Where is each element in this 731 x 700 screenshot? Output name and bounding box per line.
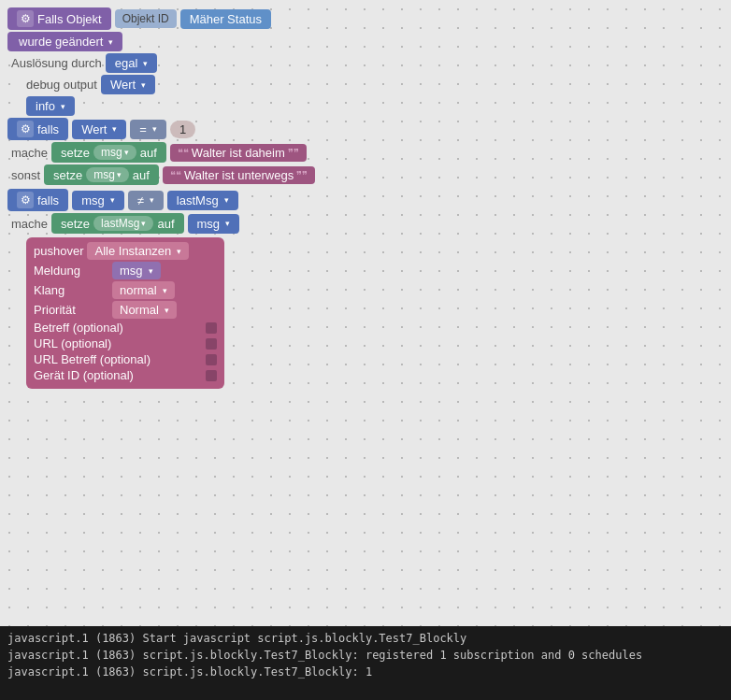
mache1-row: mache setze msg auf ❝❝ Walter ist daheim…: [7, 142, 315, 163]
msg2-dropdown[interactable]: msg: [86, 167, 129, 182]
priority-label: Normal: [120, 303, 159, 317]
setze2-label: setze: [53, 168, 82, 182]
falls1-row: ⚙ falls Wert = 1: [7, 118, 315, 140]
lastmsg2-label: lastMsg: [101, 217, 139, 230]
setze3-block[interactable]: setze lastMsg auf: [51, 213, 184, 234]
mache2-text: mache: [11, 217, 48, 231]
objekt-id-block: Objekt ID: [115, 9, 177, 28]
setze2-block[interactable]: setze msg auf: [44, 164, 159, 185]
falls1-label: falls: [37, 122, 59, 136]
prioritaet-row: Priorität Normal: [34, 301, 217, 319]
equals-label: =: [139, 122, 147, 136]
falls2-row: ⚙ falls msg ≠ lastMsg: [7, 189, 315, 211]
alle-instanzen-label: Alle Instanzen: [94, 244, 171, 258]
value1-label: 1: [179, 122, 186, 136]
status-block[interactable]: Mäher Status: [180, 9, 271, 29]
msg5-block[interactable]: msg: [112, 262, 161, 279]
wert-var-label: Wert: [81, 122, 107, 136]
gear-icon-falls1[interactable]: ⚙: [17, 121, 34, 137]
value1-block[interactable]: 1: [170, 121, 195, 138]
geraet-row: Gerät ID (optional): [34, 368, 217, 382]
alle-instanzen-block[interactable]: Alle Instanzen: [87, 242, 189, 260]
betreff-row: Betreff (optional): [34, 321, 217, 335]
falls-objekt-label: Falls Objekt: [37, 12, 102, 26]
blocks-container: ⚙ Falls Objekt Objekt ID Mäher Status wu…: [7, 7, 315, 389]
string1-block[interactable]: ❝❝ Walter ist daheim ❞❞: [170, 144, 307, 162]
wert-label: Wert: [110, 78, 136, 92]
url-betreff-connector: [206, 354, 217, 365]
msg1-dropdown[interactable]: msg: [93, 145, 136, 160]
klang-row: Klang normal: [34, 281, 217, 299]
pushover-row: pushover Alle Instanzen: [34, 242, 217, 260]
gear-icon[interactable]: ⚙: [17, 10, 34, 27]
canvas: ⚙ Falls Objekt Objekt ID Mäher Status wu…: [0, 0, 731, 626]
gear-icon-falls2[interactable]: ⚙: [17, 192, 34, 208]
url-label: URL (optional): [34, 336, 202, 350]
neq-block[interactable]: ≠: [128, 191, 164, 210]
url-betreff-label: URL Betreff (optional): [34, 352, 202, 366]
auf1-label: auf: [140, 146, 157, 160]
egal-block[interactable]: egal: [106, 53, 158, 73]
string1-text: Walter ist daheim: [192, 146, 285, 160]
msg1-label: msg: [101, 146, 122, 159]
auslosung-text: Auslösung durch: [11, 56, 102, 70]
falls2-block[interactable]: ⚙ falls: [7, 189, 68, 211]
priority-block[interactable]: Normal: [112, 301, 177, 319]
geraet-connector: [206, 370, 217, 381]
wert-block[interactable]: Wert: [101, 75, 155, 94]
wert-var-block[interactable]: Wert: [72, 120, 126, 139]
objekt-id-label: Objekt ID: [122, 12, 169, 25]
falls-objekt-block[interactable]: ⚙ Falls Objekt: [7, 7, 111, 30]
lastmsg2-dropdown[interactable]: lastMsg: [93, 216, 153, 231]
auslosung-row: Auslösung durch egal: [7, 53, 315, 73]
lastmsg-label: lastMsg: [177, 193, 219, 207]
url-betreff-row: URL Betreff (optional): [34, 352, 217, 366]
url-connector: [206, 338, 217, 350]
msg2-label: msg: [93, 168, 115, 181]
lastmsg-block[interactable]: lastMsg: [167, 191, 238, 210]
msg4-block[interactable]: msg: [188, 214, 240, 234]
debug-output-text: debug output: [26, 78, 97, 92]
egal-label: egal: [115, 56, 138, 70]
info-block[interactable]: info: [26, 96, 75, 116]
log-line-3: javascript.1 (1863) script.js.blockly.Te…: [7, 664, 724, 680]
info-label: info: [36, 99, 55, 113]
log-area: javascript.1 (1863) Start javascript scr…: [0, 626, 731, 700]
string2-text: Walter ist unterwegs: [184, 168, 294, 182]
mache1-text: mache: [11, 146, 48, 160]
meldung-row: Meldung msg: [34, 262, 217, 279]
equals-block[interactable]: =: [130, 120, 166, 139]
prioritaet-label: Priorität: [34, 303, 108, 317]
auf2-label: auf: [133, 168, 150, 182]
pushover-container: pushover Alle Instanzen Meldung msg Klan…: [26, 237, 224, 389]
header-row: ⚙ Falls Objekt Objekt ID Mäher Status: [7, 7, 315, 30]
geraet-label: Gerät ID (optional): [34, 368, 202, 382]
pushover-label: pushover: [34, 244, 83, 258]
falls2-label: falls: [37, 193, 59, 207]
meldung-label: Meldung: [34, 264, 108, 278]
normal-block[interactable]: normal: [112, 281, 175, 299]
msg3-block[interactable]: msg: [72, 191, 124, 210]
wurde-geaendert-block[interactable]: wurde geändert: [7, 32, 122, 51]
msg4-label: msg: [197, 217, 221, 231]
string2-block[interactable]: ❝❝ Walter ist unterwegs ❞❞: [163, 166, 315, 184]
setze1-label: setze: [61, 146, 90, 160]
url-row: URL (optional): [34, 336, 217, 350]
wurde-geaendert-row: wurde geändert: [7, 32, 315, 51]
msg5-label: msg: [120, 264, 143, 278]
log-line-1: javascript.1 (1863) Start javascript scr…: [7, 630, 724, 647]
falls1-block[interactable]: ⚙ falls: [7, 118, 68, 140]
info-row: info: [26, 96, 315, 116]
setze3-label: setze: [61, 217, 90, 231]
status-label: Mäher Status: [190, 12, 262, 26]
log-line-2: javascript.1 (1863) script.js.blockly.Te…: [7, 647, 724, 664]
setze1-block[interactable]: setze msg auf: [51, 142, 166, 163]
sonst-row: sonst setze msg auf ❝❝ Walter ist unterw…: [7, 164, 315, 185]
betreff-label: Betreff (optional): [34, 321, 202, 335]
auf3-label: auf: [157, 217, 174, 231]
klang-label: Klang: [34, 283, 108, 297]
normal-label: normal: [120, 283, 157, 297]
sonst-text: sonst: [11, 168, 40, 182]
neq-label: ≠: [137, 193, 144, 207]
wurde-geaendert-label: wurde geändert: [19, 35, 103, 49]
